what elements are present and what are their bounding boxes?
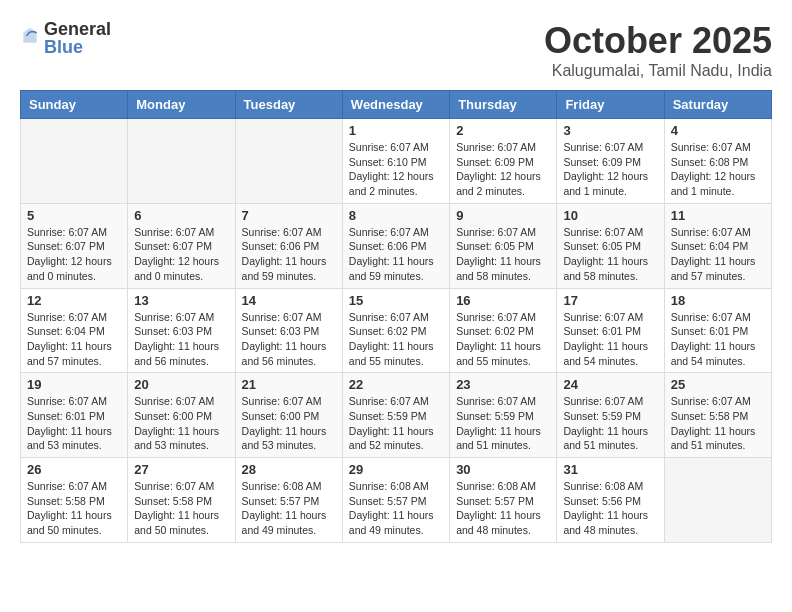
week-row-5: 26Sunrise: 6:07 AM Sunset: 5:58 PM Dayli… [21,458,772,543]
day-info: Sunrise: 6:07 AM Sunset: 6:00 PM Dayligh… [134,394,228,453]
day-cell: 16Sunrise: 6:07 AM Sunset: 6:02 PM Dayli… [450,288,557,373]
day-number: 11 [671,208,765,223]
day-info: Sunrise: 6:07 AM Sunset: 6:07 PM Dayligh… [134,225,228,284]
day-info: Sunrise: 6:07 AM Sunset: 5:59 PM Dayligh… [349,394,443,453]
day-cell: 22Sunrise: 6:07 AM Sunset: 5:59 PM Dayli… [342,373,449,458]
day-info: Sunrise: 6:07 AM Sunset: 6:08 PM Dayligh… [671,140,765,199]
logo-general-text: General [44,20,111,38]
day-cell: 1Sunrise: 6:07 AM Sunset: 6:10 PM Daylig… [342,119,449,204]
day-number: 25 [671,377,765,392]
month-title: October 2025 [544,20,772,62]
day-info: Sunrise: 6:07 AM Sunset: 5:58 PM Dayligh… [27,479,121,538]
day-cell [664,458,771,543]
day-number: 29 [349,462,443,477]
day-info: Sunrise: 6:07 AM Sunset: 6:05 PM Dayligh… [563,225,657,284]
day-info: Sunrise: 6:08 AM Sunset: 5:57 PM Dayligh… [456,479,550,538]
day-number: 28 [242,462,336,477]
week-row-1: 1Sunrise: 6:07 AM Sunset: 6:10 PM Daylig… [21,119,772,204]
day-cell: 31Sunrise: 6:08 AM Sunset: 5:56 PM Dayli… [557,458,664,543]
day-number: 1 [349,123,443,138]
day-cell: 10Sunrise: 6:07 AM Sunset: 6:05 PM Dayli… [557,203,664,288]
day-cell: 11Sunrise: 6:07 AM Sunset: 6:04 PM Dayli… [664,203,771,288]
day-info: Sunrise: 6:08 AM Sunset: 5:57 PM Dayligh… [242,479,336,538]
day-info: Sunrise: 6:07 AM Sunset: 6:00 PM Dayligh… [242,394,336,453]
day-info: Sunrise: 6:07 AM Sunset: 6:06 PM Dayligh… [349,225,443,284]
week-row-3: 12Sunrise: 6:07 AM Sunset: 6:04 PM Dayli… [21,288,772,373]
day-number: 8 [349,208,443,223]
day-number: 23 [456,377,550,392]
week-row-4: 19Sunrise: 6:07 AM Sunset: 6:01 PM Dayli… [21,373,772,458]
logo-icon [20,26,40,46]
day-number: 30 [456,462,550,477]
day-cell: 8Sunrise: 6:07 AM Sunset: 6:06 PM Daylig… [342,203,449,288]
day-cell: 3Sunrise: 6:07 AM Sunset: 6:09 PM Daylig… [557,119,664,204]
day-cell: 2Sunrise: 6:07 AM Sunset: 6:09 PM Daylig… [450,119,557,204]
weekday-header-wednesday: Wednesday [342,91,449,119]
day-number: 20 [134,377,228,392]
day-cell: 12Sunrise: 6:07 AM Sunset: 6:04 PM Dayli… [21,288,128,373]
day-info: Sunrise: 6:07 AM Sunset: 6:02 PM Dayligh… [349,310,443,369]
day-info: Sunrise: 6:07 AM Sunset: 6:04 PM Dayligh… [671,225,765,284]
day-cell: 9Sunrise: 6:07 AM Sunset: 6:05 PM Daylig… [450,203,557,288]
day-number: 27 [134,462,228,477]
day-cell: 6Sunrise: 6:07 AM Sunset: 6:07 PM Daylig… [128,203,235,288]
day-info: Sunrise: 6:07 AM Sunset: 6:07 PM Dayligh… [27,225,121,284]
day-cell: 17Sunrise: 6:07 AM Sunset: 6:01 PM Dayli… [557,288,664,373]
day-cell: 26Sunrise: 6:07 AM Sunset: 5:58 PM Dayli… [21,458,128,543]
day-cell: 30Sunrise: 6:08 AM Sunset: 5:57 PM Dayli… [450,458,557,543]
day-number: 3 [563,123,657,138]
day-cell: 13Sunrise: 6:07 AM Sunset: 6:03 PM Dayli… [128,288,235,373]
day-number: 7 [242,208,336,223]
weekday-header-friday: Friday [557,91,664,119]
day-info: Sunrise: 6:07 AM Sunset: 6:05 PM Dayligh… [456,225,550,284]
day-info: Sunrise: 6:08 AM Sunset: 5:56 PM Dayligh… [563,479,657,538]
logo: General Blue [20,20,111,56]
day-info: Sunrise: 6:07 AM Sunset: 6:03 PM Dayligh… [242,310,336,369]
day-number: 16 [456,293,550,308]
day-number: 9 [456,208,550,223]
weekday-header-row: SundayMondayTuesdayWednesdayThursdayFrid… [21,91,772,119]
day-number: 15 [349,293,443,308]
weekday-header-saturday: Saturday [664,91,771,119]
day-number: 13 [134,293,228,308]
title-section: October 2025 Kalugumalai, Tamil Nadu, In… [544,20,772,80]
day-number: 17 [563,293,657,308]
day-info: Sunrise: 6:08 AM Sunset: 5:57 PM Dayligh… [349,479,443,538]
day-cell: 18Sunrise: 6:07 AM Sunset: 6:01 PM Dayli… [664,288,771,373]
day-info: Sunrise: 6:07 AM Sunset: 6:03 PM Dayligh… [134,310,228,369]
day-number: 18 [671,293,765,308]
weekday-header-thursday: Thursday [450,91,557,119]
day-cell [128,119,235,204]
day-number: 10 [563,208,657,223]
day-info: Sunrise: 6:07 AM Sunset: 6:02 PM Dayligh… [456,310,550,369]
day-number: 5 [27,208,121,223]
day-info: Sunrise: 6:07 AM Sunset: 6:01 PM Dayligh… [27,394,121,453]
day-info: Sunrise: 6:07 AM Sunset: 6:09 PM Dayligh… [456,140,550,199]
weekday-header-tuesday: Tuesday [235,91,342,119]
day-cell: 25Sunrise: 6:07 AM Sunset: 5:58 PM Dayli… [664,373,771,458]
day-number: 24 [563,377,657,392]
day-info: Sunrise: 6:07 AM Sunset: 6:04 PM Dayligh… [27,310,121,369]
page-header: General Blue October 2025 Kalugumalai, T… [20,20,772,80]
day-cell: 7Sunrise: 6:07 AM Sunset: 6:06 PM Daylig… [235,203,342,288]
day-info: Sunrise: 6:07 AM Sunset: 6:06 PM Dayligh… [242,225,336,284]
day-cell: 20Sunrise: 6:07 AM Sunset: 6:00 PM Dayli… [128,373,235,458]
day-number: 26 [27,462,121,477]
day-number: 22 [349,377,443,392]
day-number: 21 [242,377,336,392]
day-cell: 14Sunrise: 6:07 AM Sunset: 6:03 PM Dayli… [235,288,342,373]
day-info: Sunrise: 6:07 AM Sunset: 6:01 PM Dayligh… [671,310,765,369]
day-info: Sunrise: 6:07 AM Sunset: 5:59 PM Dayligh… [563,394,657,453]
day-number: 12 [27,293,121,308]
day-number: 19 [27,377,121,392]
calendar-table: SundayMondayTuesdayWednesdayThursdayFrid… [20,90,772,543]
day-cell: 21Sunrise: 6:07 AM Sunset: 6:00 PM Dayli… [235,373,342,458]
weekday-header-monday: Monday [128,91,235,119]
day-cell: 15Sunrise: 6:07 AM Sunset: 6:02 PM Dayli… [342,288,449,373]
day-cell [235,119,342,204]
day-cell: 27Sunrise: 6:07 AM Sunset: 5:58 PM Dayli… [128,458,235,543]
day-cell: 23Sunrise: 6:07 AM Sunset: 5:59 PM Dayli… [450,373,557,458]
day-info: Sunrise: 6:07 AM Sunset: 5:59 PM Dayligh… [456,394,550,453]
logo-blue-text: Blue [44,38,111,56]
day-info: Sunrise: 6:07 AM Sunset: 5:58 PM Dayligh… [671,394,765,453]
